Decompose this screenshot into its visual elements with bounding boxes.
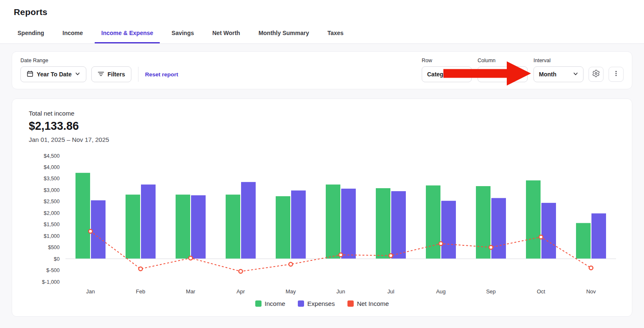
interval-select[interactable]: Month bbox=[533, 66, 584, 82]
svg-text:Feb: Feb bbox=[136, 288, 145, 295]
chart-legend: Income Expenses Net Income bbox=[19, 300, 625, 310]
svg-text:$4,000: $4,000 bbox=[44, 164, 60, 170]
gear-icon bbox=[592, 70, 600, 79]
svg-text:Oct: Oct bbox=[537, 288, 546, 295]
filters-label: Filters bbox=[108, 71, 125, 78]
legend-item-income[interactable]: Income bbox=[255, 300, 285, 307]
svg-text:$2,000: $2,000 bbox=[44, 210, 60, 216]
legend-item-net-income[interactable]: Net Income bbox=[347, 300, 389, 307]
income-swatch bbox=[255, 300, 262, 307]
date-range-value: Year To Date bbox=[37, 71, 72, 78]
reports-content: Date Range Year To Date bbox=[0, 44, 644, 324]
tab-monthly-summary[interactable]: Monthly Summary bbox=[252, 23, 316, 43]
svg-text:Aug: Aug bbox=[436, 288, 445, 295]
filters-button[interactable]: Filters bbox=[91, 66, 131, 82]
svg-text:Sep: Sep bbox=[486, 288, 496, 295]
date-range-button[interactable]: Year To Date bbox=[20, 66, 86, 82]
column-select-value: Time bbox=[483, 71, 496, 78]
reset-report-link[interactable]: Reset report bbox=[145, 71, 179, 78]
svg-text:$1,000: $1,000 bbox=[44, 233, 60, 239]
filter-lines-icon bbox=[98, 71, 104, 78]
tab-spending[interactable]: Spending bbox=[11, 23, 51, 43]
chevron-down-icon bbox=[517, 71, 522, 78]
column-select[interactable]: Time bbox=[478, 66, 528, 82]
chevron-down-icon bbox=[75, 71, 80, 78]
svg-text:May: May bbox=[286, 288, 296, 295]
chevron-down-icon bbox=[573, 71, 578, 78]
page-header: Reports bbox=[0, 0, 644, 23]
svg-text:Nov: Nov bbox=[586, 288, 596, 295]
legend-item-expenses[interactable]: Expenses bbox=[298, 300, 335, 307]
tab-savings[interactable]: Savings bbox=[165, 23, 201, 43]
chart-card: Total net income $2,133.86 Jan 01, 2025 … bbox=[12, 98, 632, 317]
svg-text:Jul: Jul bbox=[387, 288, 395, 295]
total-net-income-label: Total net income bbox=[29, 110, 625, 117]
svg-text:$-1,000: $-1,000 bbox=[42, 279, 60, 285]
filter-bar-right: Row Category Column Time bbox=[416, 58, 624, 82]
svg-text:$4,500: $4,500 bbox=[44, 153, 60, 159]
chevron-down-icon bbox=[461, 71, 466, 78]
interval-select-value: Month bbox=[539, 71, 556, 78]
interval-label: Interval bbox=[533, 58, 584, 63]
more-options-button[interactable] bbox=[609, 67, 624, 82]
svg-text:$2,500: $2,500 bbox=[44, 199, 60, 204]
svg-text:$3,500: $3,500 bbox=[44, 176, 60, 182]
tab-taxes[interactable]: Taxes bbox=[321, 23, 350, 43]
svg-text:$0: $0 bbox=[54, 256, 60, 262]
filter-bar-left: Date Range Year To Date bbox=[20, 58, 178, 82]
net-income-swatch bbox=[347, 300, 354, 307]
svg-text:Apr: Apr bbox=[236, 288, 245, 295]
total-net-income-value: $2,133.86 bbox=[29, 120, 625, 133]
svg-text:$1,500: $1,500 bbox=[44, 222, 60, 227]
svg-text:Jun: Jun bbox=[337, 288, 345, 295]
row-select-value: Category bbox=[427, 71, 453, 78]
svg-text:$3,000: $3,000 bbox=[44, 187, 60, 193]
column-label: Column bbox=[478, 58, 528, 63]
legend-label-income: Income bbox=[265, 300, 285, 307]
svg-text:$500: $500 bbox=[48, 245, 60, 250]
filter-bar: Date Range Year To Date bbox=[12, 51, 632, 89]
legend-label-expenses: Expenses bbox=[307, 300, 335, 307]
vertical-divider bbox=[138, 67, 138, 82]
tab-net-worth[interactable]: Net Worth bbox=[206, 23, 247, 43]
date-range-label: Date Range bbox=[20, 58, 178, 63]
row-select[interactable]: Category bbox=[422, 66, 472, 82]
report-period: Jan 01, 2025 – Nov 17, 2025 bbox=[29, 136, 625, 143]
legend-label-net-income: Net Income bbox=[357, 300, 389, 307]
kebab-menu-icon bbox=[613, 70, 619, 79]
tab-income[interactable]: Income bbox=[56, 23, 90, 43]
income-expense-chart: $4,500$4,000$3,500$3,000$2,500$2,000$1,5… bbox=[19, 150, 625, 298]
expenses-swatch bbox=[298, 300, 304, 307]
svg-text:$-500: $-500 bbox=[46, 267, 60, 273]
settings-button[interactable] bbox=[589, 67, 604, 82]
reports-page: Reports Spending Income Income & Expense… bbox=[0, 0, 644, 324]
tab-income-and-expense[interactable]: Income & Expense bbox=[95, 23, 160, 43]
calendar-icon bbox=[27, 71, 33, 78]
svg-text:Jan: Jan bbox=[86, 288, 95, 295]
report-tabs: Spending Income Income & Expense Savings… bbox=[0, 23, 644, 44]
svg-text:Mar: Mar bbox=[186, 288, 196, 295]
page-title: Reports bbox=[14, 7, 630, 17]
row-label: Row bbox=[422, 58, 472, 63]
summary-block: Total net income $2,133.86 Jan 01, 2025 … bbox=[29, 110, 625, 143]
